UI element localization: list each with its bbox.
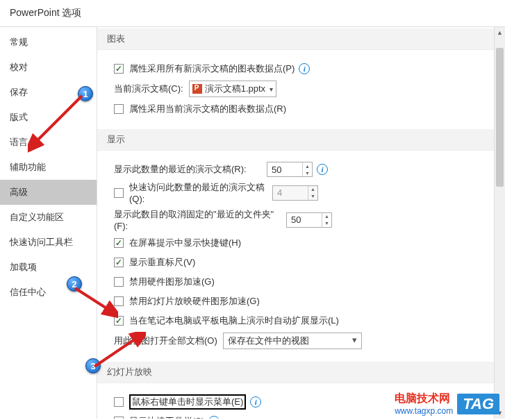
sidebar-item-accessibility[interactable]: 辅助功能 <box>0 155 97 180</box>
info-icon[interactable]: i <box>208 416 220 419</box>
label-shortcut-in-tooltip: 在屏幕提示中显示快捷键(H) <box>129 237 241 249</box>
sidebar-item-advanced[interactable]: 高级 <box>0 180 97 205</box>
highlight-right-click-menu: 鼠标右键单击时显示菜单(E) <box>129 394 246 410</box>
watermark: 电脑技术网 www.tagxp.com TAG <box>395 392 499 416</box>
checkbox-right-click-menu[interactable] <box>114 397 124 407</box>
label-current-presentation: 当前演示文稿(C): <box>114 83 183 95</box>
sidebar-item-trust-center[interactable]: 信任中心 <box>0 280 97 305</box>
spinner-unpinned-value: 50 <box>287 213 322 227</box>
label-unpinned-folders: 显示此数目的取消固定的"最近的文件夹"(F): <box>114 208 286 231</box>
section-header-slideshow: 幻灯片放映 <box>97 362 494 383</box>
label-open-all-view: 用此视图打开全部文档(O) <box>114 335 217 347</box>
watermark-title: 电脑技术网 <box>395 392 450 404</box>
spinner-quick-value: 4 <box>273 186 308 200</box>
window-title: PowerPoint 选项 <box>0 0 505 26</box>
spin-up-icon[interactable]: ▲ <box>322 213 331 220</box>
checkbox-quick-access-recent[interactable] <box>114 188 124 198</box>
checkbox-current-chart-points[interactable] <box>114 104 124 114</box>
label-auto-extend-display: 当在笔记本电脑或平板电脑上演示时自动扩展显示(L) <box>129 314 339 327</box>
label-right-click-menu: 鼠标右键单击时显示菜单(E) <box>132 396 243 407</box>
label-current-chart-points: 属性采用当前演示文稿的图表数据点(R) <box>129 103 286 115</box>
sidebar-item-language[interactable]: 语言 <box>0 130 97 155</box>
spinner-quick-count: 4 ▲▼ <box>272 185 318 201</box>
section-header-display: 显示 <box>97 129 494 151</box>
select-open-all-view[interactable]: 保存在文件中的视图 <box>223 333 362 349</box>
label-recent-count: 显示此数量的最近的演示文稿(R): <box>114 163 267 176</box>
scrollbar-thumb[interactable] <box>496 48 504 187</box>
info-icon[interactable]: i <box>317 164 328 175</box>
annotation-callout-2: 2 <box>67 276 82 292</box>
spin-down-icon[interactable]: ▼ <box>322 220 331 227</box>
powerpoint-file-icon <box>192 84 202 94</box>
checkbox-all-new-chart-points[interactable] <box>114 64 124 74</box>
checkbox-auto-extend-display[interactable] <box>114 316 124 326</box>
label-vertical-ruler: 显示垂直标尺(V) <box>129 256 195 269</box>
content-panel: 图表 属性采用所有新演示文稿的图表数据点(P) i 当前演示文稿(C): 演示文… <box>97 27 505 419</box>
annotation-callout-3: 3 <box>85 358 101 373</box>
label-disable-slideshow-accel: 禁用幻灯片放映硬件图形加速(G) <box>129 295 260 308</box>
info-icon[interactable]: i <box>250 396 261 408</box>
spinner-unpinned-count[interactable]: 50 ▲▼ <box>286 212 332 228</box>
checkbox-disable-hw-accel[interactable] <box>114 277 124 287</box>
dropdown-current-presentation[interactable]: 演示文稿1.pptx ▾ <box>189 81 276 97</box>
sidebar-item-customize-ribbon[interactable]: 自定义功能区 <box>0 205 97 230</box>
checkbox-shortcut-in-tooltip[interactable] <box>114 238 124 248</box>
checkbox-show-toolbar[interactable] <box>114 417 124 419</box>
label-all-new-chart-points: 属性采用所有新演示文稿的图表数据点(P) <box>129 62 295 75</box>
vertical-scrollbar[interactable]: ▲ ▼ <box>494 27 505 419</box>
chevron-down-icon: ▾ <box>270 85 273 93</box>
main-area: 常规 校对 保存 版式 语言 辅助功能 高级 自定义功能区 快速访问工具栏 加载… <box>0 26 505 419</box>
spin-down-icon[interactable]: ▼ <box>303 169 312 176</box>
label-show-toolbar: 显示快捷工具栏(S) <box>129 415 204 419</box>
section-header-chart: 图表 <box>97 28 494 50</box>
watermark-tag: TAG <box>457 394 499 414</box>
sidebar-item-qat[interactable]: 快速访问工具栏 <box>0 230 97 255</box>
sidebar-item-general[interactable]: 常规 <box>0 30 97 55</box>
label-disable-hw-accel: 禁用硬件图形加速(G) <box>129 276 215 288</box>
sidebar-item-layout[interactable]: 版式 <box>0 105 97 130</box>
spinner-recent-count[interactable]: 50 ▲▼ <box>267 162 313 177</box>
scroll-up-icon[interactable]: ▲ <box>495 27 505 38</box>
checkbox-vertical-ruler[interactable] <box>114 258 124 267</box>
annotation-callout-1: 1 <box>78 86 93 101</box>
watermark-url: www.tagxp.com <box>395 406 453 416</box>
dropdown-current-value: 演示文稿1.pptx <box>205 83 265 95</box>
spin-up-icon[interactable]: ▲ <box>303 162 312 169</box>
spinner-recent-value: 50 <box>267 162 302 176</box>
sidebar-item-addins[interactable]: 加载项 <box>0 255 97 280</box>
label-quick-access-recent: 快速访问此数量的最近的演示文稿(Q): <box>129 181 272 204</box>
checkbox-disable-slideshow-accel[interactable] <box>114 296 124 306</box>
sidebar-item-proofing[interactable]: 校对 <box>0 55 97 80</box>
info-icon[interactable]: i <box>299 63 310 74</box>
